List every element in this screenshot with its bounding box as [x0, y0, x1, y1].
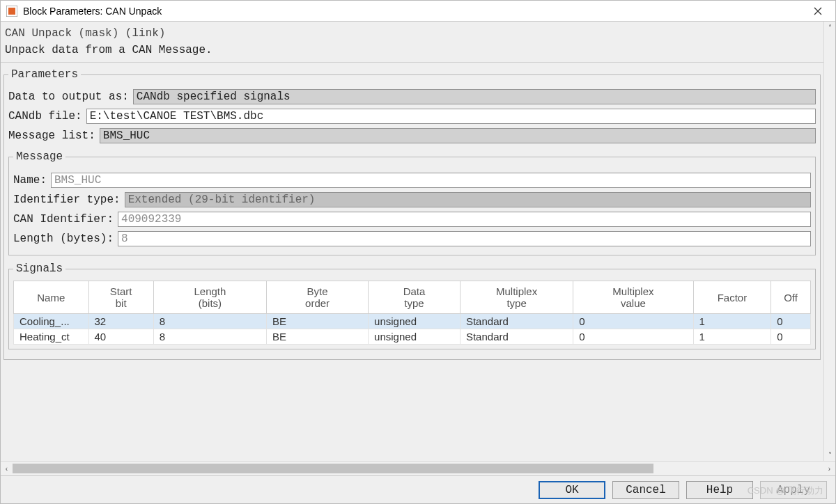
- scroll-left-arrow[interactable]: ‹: [1, 462, 13, 475]
- mask-line: CAN Unpack (mask) (link): [5, 27, 819, 40]
- app-icon: [6, 6, 17, 17]
- titlebar: Block Parameters: CAN Unpack: [1, 1, 835, 22]
- table-cell[interactable]: 0: [771, 329, 811, 345]
- window: Block Parameters: CAN Unpack CAN Unpack …: [0, 0, 836, 504]
- body: CAN Unpack (mask) (link) Unpack data fro…: [1, 22, 835, 475]
- scroll-h-thumb[interactable]: [13, 464, 653, 473]
- svg-rect-1: [8, 8, 15, 15]
- identifier-type-label: Identifier type:: [13, 194, 121, 206]
- scroll-right-arrow[interactable]: ›: [823, 462, 835, 475]
- scroll-h-track[interactable]: [13, 462, 823, 475]
- table-cell[interactable]: Cooling_...: [14, 314, 89, 329]
- table-row[interactable]: Heating_ct408BEunsignedStandard010: [14, 329, 811, 345]
- length-input[interactable]: [118, 231, 811, 246]
- table-cell[interactable]: BE: [267, 329, 369, 345]
- table-cell[interactable]: 1: [693, 329, 771, 345]
- window-title: Block Parameters: CAN Unpack: [23, 6, 162, 17]
- table-cell[interactable]: unsigned: [369, 314, 460, 329]
- candb-file-input[interactable]: [86, 109, 816, 124]
- col-mux-value[interactable]: Multiplexvalue: [573, 281, 693, 314]
- mask-header: CAN Unpack (mask) (link) Unpack data fro…: [1, 22, 823, 63]
- table-row[interactable]: Cooling_...328BEunsignedStandard010: [14, 314, 811, 329]
- scroll-down-arrow[interactable]: ˅: [824, 449, 835, 461]
- col-name[interactable]: Name: [14, 281, 89, 314]
- candb-file-label: CANdb file:: [8, 110, 82, 123]
- table-cell[interactable]: 32: [88, 314, 153, 329]
- table-cell[interactable]: Heating_ct: [14, 329, 89, 345]
- footer: OK Cancel Help Apply: [1, 475, 835, 503]
- col-factor[interactable]: Factor: [693, 281, 771, 314]
- col-mux-type[interactable]: Multiplextype: [460, 281, 573, 314]
- message-list-label: Message list:: [8, 129, 95, 142]
- window-close-button[interactable]: [802, 1, 834, 22]
- table-cell[interactable]: 0: [573, 329, 693, 345]
- content: CAN Unpack (mask) (link) Unpack data fro…: [1, 22, 823, 461]
- data-output-select[interactable]: [133, 89, 816, 104]
- can-identifier-label: CAN Identifier:: [13, 213, 114, 226]
- table-cell[interactable]: 8: [153, 314, 266, 329]
- parameters-legend: Parameters: [8, 68, 81, 81]
- message-list-select[interactable]: [100, 128, 816, 143]
- signals-fieldset: Signals Name Startbit Length(bits): [8, 262, 816, 349]
- scroll-up-arrow[interactable]: ˄: [824, 22, 835, 33]
- length-label: Length (bytes):: [13, 233, 114, 245]
- can-identifier-input[interactable]: [118, 212, 811, 227]
- table-cell[interactable]: Standard: [460, 314, 573, 329]
- col-off[interactable]: Off: [771, 281, 811, 314]
- col-byte-order[interactable]: Byteorder: [267, 281, 369, 314]
- table-cell[interactable]: Standard: [460, 329, 573, 345]
- signals-legend: Signals: [13, 262, 65, 275]
- ok-button[interactable]: OK: [539, 481, 605, 499]
- col-data-type[interactable]: Datatype: [369, 281, 460, 314]
- table-cell[interactable]: 1: [693, 314, 771, 329]
- mask-description: Unpack data from a CAN Message.: [5, 44, 819, 56]
- close-icon: [814, 7, 822, 15]
- message-name-input[interactable]: [51, 173, 811, 188]
- table-cell[interactable]: 8: [153, 329, 266, 345]
- message-legend: Message: [13, 150, 65, 163]
- cancel-button[interactable]: Cancel: [612, 481, 679, 499]
- parameters-fieldset: Parameters Data to output as: CANdb file…: [3, 68, 821, 360]
- col-start-bit[interactable]: Startbit: [88, 281, 153, 314]
- table-cell[interactable]: 40: [88, 329, 153, 345]
- vertical-scrollbar[interactable]: ˄ ˅: [823, 22, 835, 461]
- table-cell[interactable]: BE: [267, 314, 369, 329]
- help-button[interactable]: Help: [686, 481, 753, 499]
- table-cell[interactable]: unsigned: [369, 329, 460, 345]
- identifier-type-input[interactable]: [125, 192, 811, 207]
- apply-button[interactable]: Apply: [760, 481, 827, 499]
- table-cell[interactable]: 0: [771, 314, 811, 329]
- message-fieldset: Message Name: Identifier type: CAN Ident…: [8, 150, 816, 255]
- horizontal-scrollbar[interactable]: ‹ ›: [1, 461, 835, 475]
- data-output-label: Data to output as:: [8, 90, 129, 103]
- table-cell[interactable]: 0: [573, 314, 693, 329]
- signals-table[interactable]: Name Startbit Length(bits) Byteorder Dat…: [13, 281, 811, 345]
- message-name-label: Name:: [13, 174, 47, 187]
- col-length[interactable]: Length(bits): [153, 281, 266, 314]
- signals-header-row: Name Startbit Length(bits) Byteorder Dat…: [14, 281, 811, 314]
